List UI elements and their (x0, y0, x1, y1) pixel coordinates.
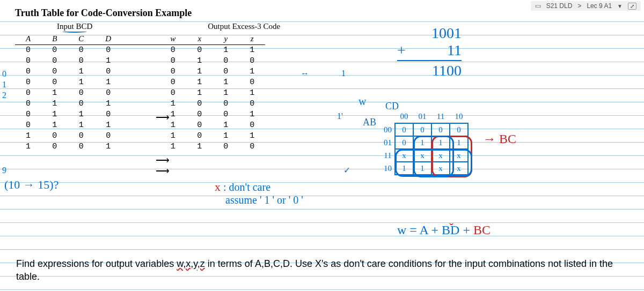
footer-t1: Find expressions for output variables (16, 258, 177, 269)
cell: 0 (213, 99, 239, 109)
footer-vars: w,x,y,z (177, 258, 205, 269)
cell: 1 (239, 109, 265, 120)
table-row: 01011000 (15, 99, 265, 109)
cell: 0 (239, 99, 265, 109)
cell: 0 (239, 77, 265, 88)
cell: 0 (94, 131, 122, 141)
cell: 0 (41, 131, 68, 141)
cell: 0 (15, 99, 41, 109)
cell: 1 (41, 99, 68, 109)
col-C: C (68, 33, 94, 45)
cell: 1 (186, 77, 213, 88)
cell: 1 (68, 77, 94, 88)
col-A: A (15, 33, 41, 45)
margin-num: 9 (2, 165, 6, 176)
cell: 1 (159, 120, 186, 131)
cell: 0 (186, 120, 213, 131)
cell: 0 (159, 88, 186, 99)
cell-gap (122, 99, 159, 109)
cell: 0 (15, 109, 41, 120)
cell: 1 (94, 99, 122, 109)
z-checkmark: ✓ (343, 165, 350, 175)
cell: 1 (213, 120, 239, 131)
cell: 1 (159, 141, 186, 152)
question-10-15: (10 → 15)? (4, 178, 58, 192)
problem-statement: Find expressions for output variables w,… (16, 257, 617, 283)
truth-table: A B C D w x y z 000000110001010000100101… (15, 33, 265, 152)
table-row: 00010100 (15, 56, 265, 66)
cell: 0 (68, 141, 94, 152)
cell: 1 (239, 66, 265, 77)
cell: 1 (41, 120, 68, 131)
cell: 0 (213, 109, 239, 120)
cell: 1 (94, 77, 122, 88)
cell: 0 (15, 88, 41, 99)
table-row: 00110110 (15, 77, 265, 88)
cell: 0 (94, 109, 122, 120)
cell: 0 (68, 45, 94, 56)
col-Y: y (213, 33, 239, 45)
cell-gap (122, 120, 159, 131)
cell: 0 (94, 88, 122, 99)
cell: 1 (239, 88, 265, 99)
cell: 1 (239, 131, 265, 141)
cell: 0 (15, 45, 41, 56)
cell: 1 (213, 88, 239, 99)
cell: 0 (159, 66, 186, 77)
cell: 0 (15, 77, 41, 88)
cell: 1 (213, 45, 239, 56)
cell-gap (122, 88, 159, 99)
input-group-header: Input BCD (57, 22, 92, 31)
cell: 0 (159, 56, 186, 66)
cell: 0 (15, 56, 41, 66)
arrow-row9: ⟶ (156, 165, 170, 177)
cell: 1 (68, 66, 94, 77)
cell: 0 (41, 56, 68, 66)
cell: 0 (159, 77, 186, 88)
dont-care-line1: x : x : don't caredon't care (215, 180, 270, 194)
table-row: 01101001 (15, 109, 265, 120)
cell: 1 (213, 77, 239, 88)
kmap-row-10: 10 (381, 162, 395, 175)
col-W: w (159, 33, 186, 45)
cell: 0 (41, 66, 68, 77)
col-gap (122, 33, 159, 45)
table-row: 00000011 (15, 45, 265, 56)
cell: 0 (41, 77, 68, 88)
cell-gap (122, 131, 159, 141)
cell: 1 (41, 109, 68, 120)
page-title: Truth Table for Code-Conversion Example (15, 8, 629, 19)
cell: 0 (94, 66, 122, 77)
cell: 1 (159, 109, 186, 120)
cell: 1 (15, 131, 41, 141)
table-row: 10001011 (15, 131, 265, 141)
cell: 1 (239, 45, 265, 56)
cell: 0 (239, 56, 265, 66)
cell: 1 (186, 66, 213, 77)
cell: 0 (159, 45, 186, 56)
cell: 1 (94, 56, 122, 66)
cell: 0 (186, 45, 213, 56)
cell: 0 (239, 141, 265, 152)
cell-gap (122, 45, 159, 56)
cell-gap (122, 56, 159, 66)
cell: 1 (15, 141, 41, 152)
col-D: D (94, 33, 122, 45)
cell: 1 (159, 99, 186, 109)
table-row: 00100101 (15, 66, 265, 77)
col-X: x (186, 33, 213, 45)
cell: 1 (186, 141, 213, 152)
cell: 0 (68, 56, 94, 66)
table-row: 10011100 (15, 141, 265, 152)
cell: 1 (41, 88, 68, 99)
cell: 1 (159, 131, 186, 141)
cell: 0 (239, 120, 265, 131)
table-row: 01000111 (15, 88, 265, 99)
cell: 0 (213, 56, 239, 66)
output-group-header: Output Excess-3 Code (208, 22, 280, 31)
cell: 0 (68, 99, 94, 109)
cell: 1 (213, 131, 239, 141)
cell: 1 (94, 141, 122, 152)
cell: 1 (186, 88, 213, 99)
cell: 1 (68, 109, 94, 120)
